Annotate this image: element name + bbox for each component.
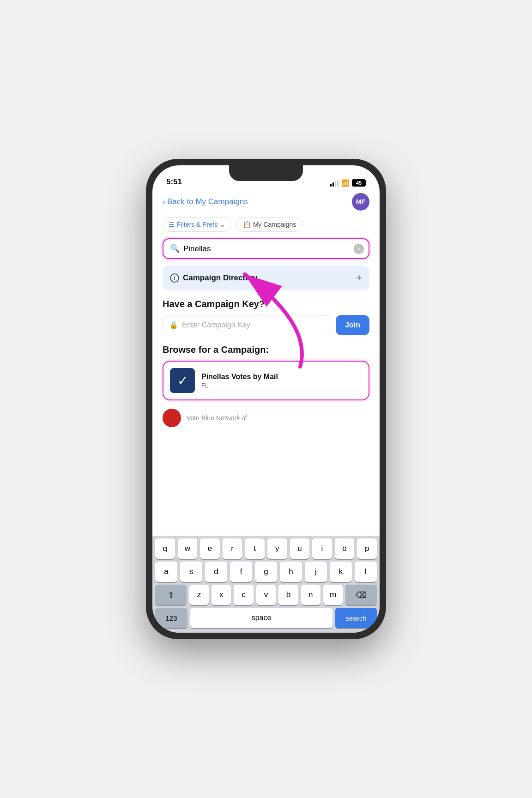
campaign-name: Pinellas Votes by Mail: [201, 373, 278, 381]
campaign-info: Pinellas Votes by Mail FL: [201, 373, 278, 389]
partial-card: Vote Blue Network of: [163, 405, 369, 431]
screen-content: ‹ Back to My Campaigns MF ☰ Filters & Pr…: [152, 189, 380, 536]
key-c[interactable]: c: [234, 585, 253, 605]
key-p[interactable]: p: [357, 538, 377, 559]
keyboard-bottom-row: 123 space search: [152, 605, 380, 633]
keyboard: q w e r t y u i o p a s d f g h j k: [152, 536, 380, 633]
key-b[interactable]: b: [278, 585, 298, 605]
battery-indicator: 45: [352, 179, 366, 187]
keyboard-row-2: a s d f g h j k l: [152, 559, 380, 582]
key-h[interactable]: h: [280, 562, 302, 582]
filter-icon: ☰: [169, 221, 175, 228]
key-u[interactable]: u: [290, 538, 310, 559]
key-k[interactable]: k: [330, 562, 352, 582]
filter-bar: ☰ Filters & Prefs ⌄ 📋 My Campaigns: [163, 217, 369, 232]
search-box-wrapper: 🔍 Pinellas ×: [163, 238, 369, 259]
key-j[interactable]: j: [305, 562, 327, 582]
phone-screen: 5:51 📶 45 ‹ Back to My Camp: [152, 165, 380, 633]
key-t[interactable]: t: [245, 538, 265, 559]
partial-text: Vote Blue Network of: [187, 414, 247, 422]
key-d[interactable]: d: [205, 562, 227, 582]
search-input[interactable]: Pinellas: [183, 244, 362, 254]
close-icon: ×: [357, 246, 360, 252]
chevron-left-icon: ‹: [163, 197, 165, 207]
campaign-card-pinellas[interactable]: ✓ Pinellas Votes by Mail FL: [163, 361, 369, 400]
campaign-key-row: 🔒 Enter Campaign Key Join: [163, 315, 369, 335]
shift-key[interactable]: ⇧: [155, 585, 187, 605]
search-box[interactable]: 🔍 Pinellas: [163, 238, 369, 259]
chevron-down-icon: ⌄: [220, 221, 225, 228]
campaign-directory-label: Campaign Directory: [183, 273, 258, 283]
key-a[interactable]: a: [155, 562, 177, 582]
clipboard-icon: 📋: [243, 221, 251, 228]
key-q[interactable]: q: [155, 538, 175, 559]
campaign-state: FL: [201, 382, 278, 389]
key-i[interactable]: i: [312, 538, 332, 559]
campaign-directory-row[interactable]: i Campaign Directory +: [163, 266, 369, 290]
keyboard-row-1: q w e r t y u i o p: [152, 536, 380, 559]
wifi-icon: 📶: [341, 179, 349, 187]
search-icon: 🔍: [170, 244, 180, 254]
notch: [229, 165, 303, 181]
my-campaigns-button[interactable]: 📋 My Campaigns: [236, 217, 303, 232]
key-n[interactable]: n: [301, 585, 320, 605]
key-r[interactable]: r: [223, 538, 242, 559]
key-w[interactable]: w: [178, 538, 198, 559]
key-v[interactable]: v: [256, 585, 276, 605]
signal-icon: [330, 180, 339, 187]
filters-label: Filters & Prefs: [177, 221, 218, 228]
key-x[interactable]: x: [212, 585, 231, 605]
key-s[interactable]: s: [180, 562, 202, 582]
avatar[interactable]: MF: [352, 193, 369, 211]
key-o[interactable]: o: [335, 538, 355, 559]
key-g[interactable]: g: [255, 562, 277, 582]
campaign-key-input[interactable]: 🔒 Enter Campaign Key: [163, 315, 331, 335]
campaign-key-placeholder: Enter Campaign Key: [182, 321, 250, 329]
space-key[interactable]: space: [190, 608, 332, 628]
key-m[interactable]: m: [323, 585, 343, 605]
keyboard-row-3: ⇧ z x c v b n m ⌫: [152, 582, 380, 605]
campaign-key-section-title: Have a Campaign Key?: [163, 299, 369, 309]
back-button[interactable]: ‹ Back to My Campaigns: [163, 197, 248, 207]
join-button[interactable]: Join: [336, 315, 369, 335]
browse-section-title: Browse for a Campaign:: [163, 345, 369, 355]
key-y[interactable]: y: [267, 538, 287, 559]
add-campaign-button[interactable]: +: [356, 272, 362, 284]
key-f[interactable]: f: [230, 562, 252, 582]
nav-bar: ‹ Back to My Campaigns MF: [163, 189, 369, 217]
my-campaigns-label: My Campaigns: [253, 221, 296, 228]
key-z[interactable]: z: [189, 585, 209, 605]
back-label: Back to My Campaigns: [167, 197, 248, 206]
campaign-dir-left: i Campaign Directory: [170, 273, 258, 283]
partial-logo: [163, 409, 181, 427]
key-l[interactable]: l: [355, 562, 377, 582]
status-time: 5:51: [166, 177, 182, 187]
lock-icon: 🔒: [169, 321, 178, 329]
filters-prefs-button[interactable]: ☰ Filters & Prefs ⌄: [163, 217, 231, 232]
info-icon: i: [170, 273, 179, 283]
search-clear-button[interactable]: ×: [354, 244, 364, 254]
phone-frame: 5:51 📶 45 ‹ Back to My Camp: [146, 159, 386, 639]
status-icons: 📶 45: [330, 179, 366, 187]
search-key[interactable]: search: [335, 608, 377, 628]
delete-key[interactable]: ⌫: [345, 585, 377, 605]
campaign-logo: ✓: [170, 368, 195, 393]
key-e[interactable]: e: [200, 538, 220, 559]
num-key[interactable]: 123: [155, 608, 187, 628]
